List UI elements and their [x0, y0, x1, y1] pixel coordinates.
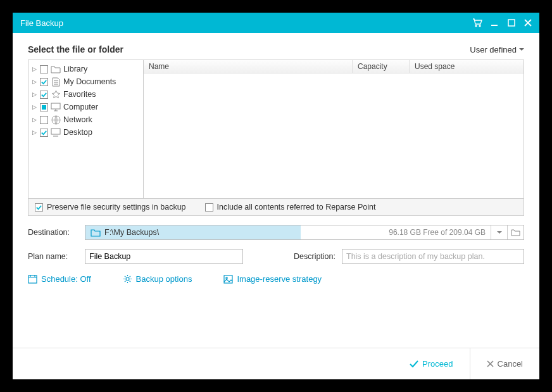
page-heading: Select the file or folder — [28, 44, 123, 54]
tree-label: Library — [63, 65, 87, 73]
destination-path-text: F:\My Backups\ — [104, 228, 159, 237]
backup-options-text: Backup options — [136, 274, 192, 284]
cancel-button[interactable]: Cancel — [470, 348, 539, 379]
tree-label: My Documents — [63, 77, 116, 86]
folder-icon — [91, 229, 101, 237]
svg-point-0 — [475, 25, 477, 27]
svg-rect-9 — [224, 275, 232, 283]
plan-name-input[interactable] — [85, 249, 243, 264]
cart-icon[interactable] — [472, 18, 482, 27]
destination-field: F:\My Backups\ 96.18 GB Free of 209.04 G… — [85, 225, 524, 240]
tree-item-computer[interactable]: ▷ Computer — [30, 101, 142, 113]
scope-dropdown[interactable]: User defined — [470, 45, 524, 54]
checkbox-favorites[interactable] — [40, 91, 48, 99]
tree-item-desktop[interactable]: ▷ Desktop — [30, 126, 142, 139]
expand-icon[interactable]: ▷ — [31, 91, 37, 98]
tree-label: Computer — [63, 103, 98, 111]
grid-header: Name Capacity Used space — [144, 60, 524, 73]
include-reparse-checkbox[interactable]: Include all contents referred to Reparse… — [205, 203, 376, 212]
svg-point-1 — [479, 25, 480, 27]
tree-label: Desktop — [63, 128, 92, 137]
svg-rect-7 — [28, 275, 37, 283]
checkbox-network[interactable] — [40, 116, 48, 124]
titlebar: File Backup — [13, 13, 539, 33]
scope-dropdown-label: User defined — [470, 45, 517, 54]
preserve-security-checkbox[interactable]: Preserve file security settings in backu… — [35, 203, 186, 212]
image-reserve-text: Image-reserve strategy — [237, 274, 322, 284]
destination-free-space: 96.18 GB Free of 209.04 GB — [301, 225, 491, 239]
description-label: Description: — [294, 252, 336, 261]
checkbox-computer[interactable] — [40, 103, 48, 111]
svg-rect-6 — [51, 129, 60, 134]
svg-point-10 — [226, 277, 227, 278]
globe-icon — [51, 115, 61, 125]
footer: Proceed Cancel — [13, 348, 539, 379]
check-icon — [410, 360, 418, 368]
file-browser: ▷ Library ▷ My Documents ▷ Fav — [28, 60, 524, 199]
svg-rect-3 — [508, 20, 515, 26]
checkbox-icon — [205, 203, 213, 212]
desktop-icon — [51, 127, 61, 137]
document-icon — [51, 77, 61, 87]
cancel-label: Cancel — [498, 359, 523, 369]
backup-options-link[interactable]: Backup options — [123, 274, 192, 284]
include-reparse-label: Include all contents referred to Reparse… — [217, 203, 376, 212]
svg-rect-4 — [51, 103, 60, 109]
col-capacity[interactable]: Capacity — [353, 60, 410, 73]
image-icon — [223, 275, 233, 284]
expand-icon[interactable]: ▷ — [31, 104, 37, 110]
file-grid[interactable]: Name Capacity Used space — [144, 60, 524, 198]
chevron-down-icon — [519, 48, 524, 51]
tree-item-network[interactable]: ▷ Network — [30, 113, 142, 126]
folder-icon — [51, 64, 61, 74]
destination-browse-button[interactable] — [507, 225, 524, 239]
svg-rect-2 — [491, 25, 498, 26]
expand-icon[interactable]: ▷ — [31, 129, 37, 136]
grid-body[interactable] — [144, 73, 524, 198]
description-input[interactable] — [342, 249, 524, 264]
destination-path[interactable]: F:\My Backups\ — [85, 225, 301, 239]
close-icon[interactable] — [524, 19, 532, 27]
monitor-icon — [51, 102, 61, 112]
checkbox-documents[interactable] — [40, 78, 48, 86]
tree-label: Favorites — [63, 90, 96, 99]
tree-item-library[interactable]: ▷ Library — [30, 63, 142, 75]
plan-name-label: Plan name: — [28, 252, 78, 261]
col-used[interactable]: Used space — [410, 60, 524, 73]
maximize-icon[interactable] — [508, 19, 515, 27]
image-reserve-link[interactable]: Image-reserve strategy — [223, 274, 322, 284]
preserve-security-label: Preserve file security settings in backu… — [47, 203, 186, 212]
gear-icon — [123, 274, 132, 284]
checkbox-library[interactable] — [40, 65, 48, 73]
schedule-link[interactable]: Schedule: Off — [28, 274, 91, 284]
expand-icon[interactable]: ▷ — [31, 117, 37, 123]
titlebar-controls — [472, 18, 532, 27]
proceed-label: Proceed — [422, 359, 453, 369]
svg-point-8 — [126, 277, 129, 281]
backup-window: File Backup Select the file or folder Us… — [13, 13, 539, 379]
chevron-down-icon — [497, 231, 502, 234]
calendar-icon — [28, 274, 37, 284]
tree-item-favorites[interactable]: ▷ Favorites — [30, 88, 142, 101]
proceed-button[interactable]: Proceed — [393, 348, 469, 379]
checkbox-desktop[interactable] — [40, 129, 48, 137]
expand-icon[interactable]: ▷ — [31, 79, 37, 85]
destination-label: Destination: — [28, 228, 78, 237]
destination-dropdown-button[interactable] — [491, 225, 507, 239]
minimize-icon[interactable] — [491, 19, 499, 27]
close-icon — [487, 360, 494, 367]
tree-label: Network — [63, 115, 92, 124]
star-icon — [51, 89, 61, 99]
window-title: File Backup — [20, 18, 472, 28]
folder-icon — [511, 229, 520, 236]
folder-tree[interactable]: ▷ Library ▷ My Documents ▷ Fav — [28, 60, 144, 198]
tree-item-documents[interactable]: ▷ My Documents — [30, 75, 142, 88]
options-bar: Preserve file security settings in backu… — [28, 199, 524, 216]
schedule-link-text: Schedule: Off — [41, 274, 91, 284]
expand-icon[interactable]: ▷ — [31, 66, 37, 72]
checkbox-icon — [35, 203, 43, 212]
col-name[interactable]: Name — [144, 60, 353, 73]
